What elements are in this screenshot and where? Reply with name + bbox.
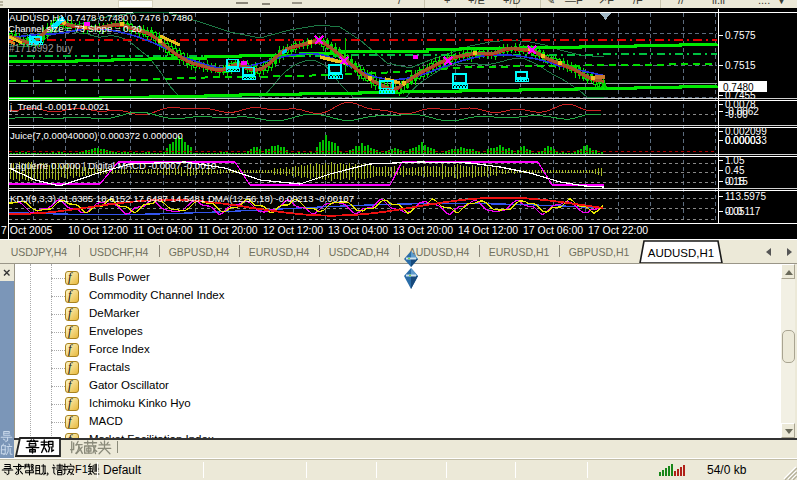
svg-text:Channel size = 73 Slope = 0.20: Channel size = 73 Slope = 0.20 [8, 23, 142, 34]
svg-text:-0.0: -0.0 [725, 206, 743, 217]
svg-text:13 Oct 04:00: 13 Oct 04:00 [328, 224, 388, 236]
svg-text:0.15: 0.15 [725, 176, 745, 187]
svg-text:j_Trend -0.0017 0.0021: j_Trend -0.0017 0.0021 [9, 101, 109, 112]
svg-text:0.7575: 0.7575 [725, 30, 756, 41]
svg-text:13 Oct 20:00: 13 Oct 20:00 [393, 224, 453, 236]
svg-text:113.5975: 113.5975 [725, 191, 766, 202]
svg-text:0.45: 0.45 [725, 165, 745, 176]
svg-text:#1713992 buy: #1713992 buy [9, 43, 72, 54]
svg-text:Laguerre 0.0000 | Digital MACD: Laguerre 0.0000 | Digital MACD -0.0007 -… [10, 160, 216, 171]
svg-text:0.7480: 0.7480 [723, 82, 754, 93]
svg-text:KDJ(9,3,3) 21.6385 18.6152 17.: KDJ(9,3,3) 21.6385 18.6152 17.6487 14.54… [10, 193, 354, 204]
svg-text:0.7515: 0.7515 [725, 60, 756, 71]
svg-text:12 Oct 12:00: 12 Oct 12:00 [263, 224, 323, 236]
svg-text:14 Oct 12:00: 14 Oct 12:00 [458, 224, 518, 236]
svg-text:17 Oct 22:00: 17 Oct 22:00 [588, 224, 648, 236]
svg-text:11 Oct 04:00: 11 Oct 04:00 [133, 224, 193, 236]
svg-text:7 Oct 2005: 7 Oct 2005 [1, 224, 53, 236]
svg-text:-0.00: -0.00 [725, 109, 748, 120]
svg-text:17 Oct 06:00: 17 Oct 06:00 [523, 224, 583, 236]
svg-text:Juice(7,0.00040000) 0.000372 0: Juice(7,0.00040000) 0.000372 0.000000 [10, 130, 183, 141]
svg-text:11 Oct 20:00: 11 Oct 20:00 [198, 224, 258, 236]
svg-text:AUDUSD,H1: AUDUSD,H1 [648, 247, 714, 259]
svg-text:AUDUSD,H1 0.7478 0.7480 0.7476: AUDUSD,H1 0.7478 0.7480 0.7476 0.7480 [9, 12, 192, 23]
svg-text:10 Oct 12:00: 10 Oct 12:00 [68, 224, 128, 236]
svg-text:0.00003: 0.00003 [725, 135, 762, 146]
